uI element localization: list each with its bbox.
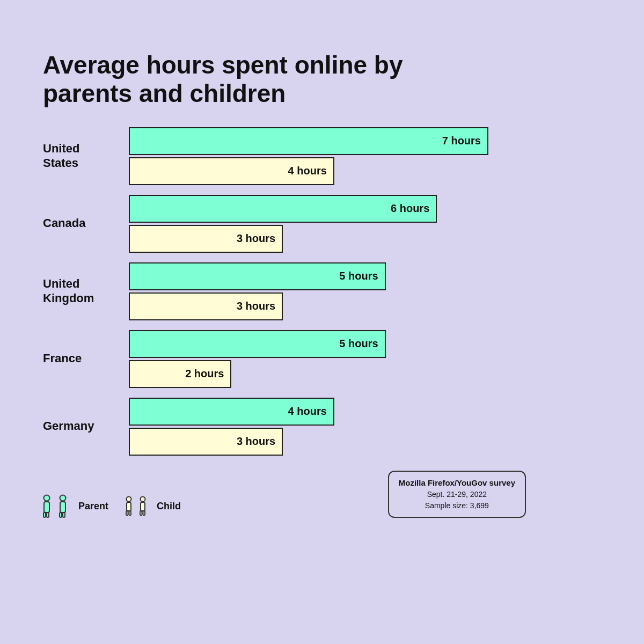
parent-bar-1: 6 hours [129, 195, 437, 223]
source-box: Mozilla Firefox/YouGov survey Sept. 21-2… [388, 471, 526, 518]
bars-group-3: 5 hours2 hours [129, 330, 526, 388]
svg-rect-11 [129, 511, 131, 515]
svg-rect-3 [47, 513, 49, 517]
country-label-3: France [43, 330, 129, 388]
country-label-2: United Kingdom [43, 262, 129, 320]
bars-group-4: 4 hours3 hours [129, 398, 526, 456]
source-line3: Sample size: 3,699 [399, 500, 515, 511]
bars-group-1: 6 hours3 hours [129, 195, 526, 253]
child-bar-1: 3 hours [129, 225, 283, 253]
svg-rect-7 [63, 513, 65, 517]
source-line1: Mozilla Firefox/YouGov survey [399, 477, 515, 489]
svg-rect-14 [140, 511, 142, 515]
svg-rect-10 [126, 511, 128, 515]
parent-icon [43, 494, 74, 518]
child-icon [126, 496, 152, 516]
svg-point-8 [127, 497, 131, 502]
parent-bar-0: 7 hours [129, 127, 488, 155]
parent-bar-4: 4 hours [129, 398, 334, 426]
parent-label: Parent [78, 501, 108, 512]
svg-rect-2 [43, 513, 46, 517]
country-label-4: Germany [43, 398, 129, 456]
bars-group-2: 5 hours3 hours [129, 262, 526, 320]
child-bar-2: 3 hours [129, 292, 283, 320]
parent-bar-2: 5 hours [129, 262, 386, 290]
svg-point-0 [44, 495, 50, 501]
bars-group-0: 7 hours4 hours [129, 127, 526, 185]
legend-parent: Parent [43, 494, 108, 518]
svg-rect-15 [143, 511, 145, 515]
svg-rect-13 [141, 502, 145, 511]
legend-child: Child [126, 496, 181, 516]
child-label: Child [157, 501, 181, 512]
country-label-1: Canada [43, 195, 129, 253]
chart-row: Germany4 hours3 hours [43, 398, 526, 456]
chart-row: France5 hours2 hours [43, 330, 526, 388]
chart-row: United States7 hours4 hours [43, 127, 526, 185]
country-label-0: United States [43, 127, 129, 185]
svg-rect-6 [60, 513, 62, 517]
parent-bar-3: 5 hours [129, 330, 386, 358]
child-bar-3: 2 hours [129, 360, 231, 388]
legend: Parent Child [43, 494, 181, 518]
chart-row: Canada6 hours3 hours [43, 195, 526, 253]
svg-rect-9 [127, 502, 131, 511]
chart-title: Average hours spent online by parents an… [43, 51, 526, 108]
child-bar-0: 4 hours [129, 157, 334, 185]
svg-point-12 [141, 497, 145, 502]
chart-area: United States7 hours4 hoursCanada6 hours… [43, 127, 526, 456]
svg-rect-1 [44, 502, 49, 513]
legend-source-row: Parent Child [43, 471, 526, 518]
svg-point-4 [60, 495, 66, 501]
chart-row: United Kingdom5 hours3 hours [43, 262, 526, 320]
child-bar-4: 3 hours [129, 428, 283, 456]
source-line2: Sept. 21-29, 2022 [399, 489, 515, 500]
svg-rect-5 [60, 502, 65, 513]
infographic-container: Average hours spent online by parents an… [16, 30, 553, 539]
